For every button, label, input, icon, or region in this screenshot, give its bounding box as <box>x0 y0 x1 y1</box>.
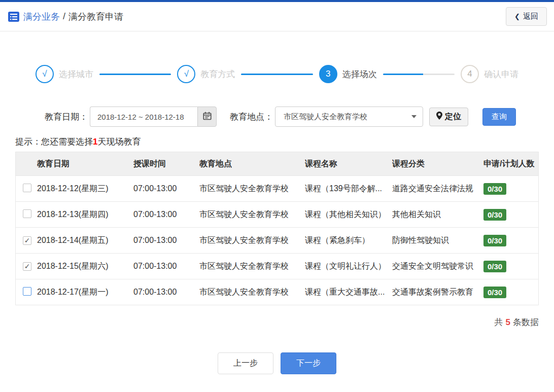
prev-step-button[interactable]: 上一步 <box>218 352 273 374</box>
cell-course: 课程（紧急刹车） <box>305 235 392 246</box>
count-badge: 0/30 <box>483 183 506 195</box>
date-range-group <box>90 106 217 127</box>
date-filter-label: 教育日期： <box>45 111 88 123</box>
cell-date: 2018-12-13(星期四) <box>37 209 133 220</box>
cell-category: 道路交通安全法律法规 <box>392 184 483 194</box>
chevron-left-icon: ❮ <box>514 13 520 20</box>
back-button[interactable]: ❮ 返回 <box>506 7 547 26</box>
col-header-category: 课程分类 <box>392 159 483 169</box>
hint-suffix: 天现场教育 <box>97 137 141 147</box>
header: 满分业务 / 满分教育申请 ❮ 返回 <box>0 2 554 31</box>
location-pin-icon <box>436 112 442 122</box>
location-filter-label: 教育地点： <box>230 111 273 123</box>
record-count-number: 5 <box>506 317 510 327</box>
hint-text: 提示：您还需要选择1天现场教育 <box>15 136 554 148</box>
check-icon: √ <box>184 69 189 79</box>
step-indicator: √ 选择城市 √ 教育方式 3 选择场次 4 确认申请 <box>36 65 518 83</box>
wizard-footer: 上一步 下一步 <box>0 352 554 374</box>
location-select[interactable]: 市区驾驶人安全教育学校 <box>275 106 423 127</box>
col-header-count: 申请/计划人数 <box>483 159 538 169</box>
cell-course: 课程（文明礼让行人） <box>305 261 392 272</box>
back-button-label: 返回 <box>523 12 538 21</box>
hint-prefix: 提示：您还需要选择 <box>15 137 93 147</box>
list-icon <box>8 11 19 22</box>
record-count-prefix: 共 <box>495 317 503 327</box>
count-badge: 0/30 <box>483 261 506 272</box>
cell-category: 其他相关知识 <box>392 209 483 220</box>
row-checkbox[interactable]: ✓ <box>23 236 31 245</box>
cell-time: 07:00-13:00 <box>133 262 199 271</box>
step-4-label: 确认申请 <box>484 68 518 80</box>
step-3-label: 选择场次 <box>342 68 377 80</box>
cell-course: 课程（其他相关知识） <box>305 209 392 220</box>
row-checkbox[interactable] <box>23 184 31 192</box>
next-step-button[interactable]: 下一步 <box>281 352 336 374</box>
cell-location: 市区驾驶人安全教育学校 <box>199 209 305 220</box>
table-header-row: 教育日期 授课时间 教育地点 课程名称 课程分类 申请/计划人数 <box>16 152 538 175</box>
table-row: 2018-12-17(星期一) 07:00-13:00 市区驾驶人安全教育学校 … <box>16 279 538 305</box>
page-title: 满分教育申请 <box>68 11 123 23</box>
cell-location: 市区驾驶人安全教育学校 <box>199 235 305 246</box>
cell-course: 课程（139号部令解... <box>305 184 392 194</box>
step-4-number: 4 <box>467 69 472 79</box>
step-select-session: 3 选择场次 <box>319 65 377 83</box>
step-confirm-application: 4 确认申请 <box>461 65 518 83</box>
step-1-label: 选择城市 <box>59 68 93 80</box>
col-header-time: 授课时间 <box>133 159 199 169</box>
date-range-input[interactable] <box>90 106 197 127</box>
row-checkbox[interactable] <box>23 209 31 218</box>
cell-date: 2018-12-12(星期三) <box>37 184 133 194</box>
step-4-circle: 4 <box>461 65 479 83</box>
step-education-mode: √ 教育方式 <box>177 65 235 83</box>
filter-bar: 教育日期： 教育地点： 市区驾驶人安全教育学校 <box>45 106 554 127</box>
locate-button-label: 定位 <box>445 112 461 122</box>
chevron-down-icon <box>411 115 417 118</box>
breadcrumb: 满分业务 / 满分教育申请 <box>8 11 123 23</box>
breadcrumb-separator: / <box>63 11 65 22</box>
step-connector-1 <box>99 74 171 75</box>
table-row: 2018-12-13(星期四) 07:00-13:00 市区驾驶人安全教育学校 … <box>16 201 538 227</box>
col-header-course: 课程名称 <box>305 159 392 169</box>
count-badge: 0/30 <box>483 209 506 221</box>
step-2-circle: √ <box>177 65 195 83</box>
cell-date: 2018-12-15(星期六) <box>37 261 133 272</box>
step-select-city: √ 选择城市 <box>36 65 93 83</box>
table-row: ✓ 2018-12-15(星期六) 07:00-13:00 市区驾驶人安全教育学… <box>16 253 538 279</box>
breadcrumb-section[interactable]: 满分业务 <box>23 11 60 23</box>
cell-category: 交通事故案例警示教育 <box>392 287 483 298</box>
row-checkbox[interactable]: ✓ <box>23 262 31 271</box>
cell-course: 课程（重大交通事故... <box>305 287 392 298</box>
cell-time: 07:00-13:00 <box>133 236 199 245</box>
search-button[interactable]: 查询 <box>482 108 516 126</box>
count-badge: 0/30 <box>483 287 506 298</box>
cell-category: 交通安全文明驾驶常识 <box>392 261 483 272</box>
cell-category: 防御性驾驶知识 <box>392 235 483 246</box>
cell-date: 2018-12-14(星期五) <box>37 235 133 246</box>
cell-date: 2018-12-17(星期一) <box>37 287 133 298</box>
step-connector-2 <box>241 74 313 75</box>
step-1-circle: √ <box>36 65 54 83</box>
record-count-suffix: 条数据 <box>513 317 539 327</box>
step-connector-3 <box>383 74 455 75</box>
step-2-label: 教育方式 <box>200 68 235 80</box>
cell-time: 07:00-13:00 <box>133 184 199 193</box>
col-header-location: 教育地点 <box>199 159 305 169</box>
cell-location: 市区驾驶人安全教育学校 <box>199 287 305 298</box>
cell-time: 07:00-13:00 <box>133 210 199 219</box>
cell-time: 07:00-13:00 <box>133 288 199 297</box>
cell-location: 市区驾驶人安全教育学校 <box>199 261 305 272</box>
calendar-button[interactable] <box>197 106 217 127</box>
location-select-value: 市区驾驶人安全教育学校 <box>284 112 411 122</box>
row-checkbox[interactable] <box>23 287 31 296</box>
locate-button[interactable]: 定位 <box>429 108 468 126</box>
count-badge: 0/30 <box>483 235 506 246</box>
cell-location: 市区驾驶人安全教育学校 <box>199 184 305 194</box>
sessions-table: 教育日期 授课时间 教育地点 课程名称 课程分类 申请/计划人数 2018-12… <box>15 152 539 305</box>
table-row: ✓ 2018-12-14(星期五) 07:00-13:00 市区驾驶人安全教育学… <box>16 227 538 253</box>
calendar-icon <box>203 112 212 122</box>
check-icon: √ <box>42 69 47 79</box>
step-3-circle: 3 <box>319 65 337 83</box>
col-header-date: 教育日期 <box>37 159 133 169</box>
step-3-number: 3 <box>326 69 330 79</box>
table-row: 2018-12-12(星期三) 07:00-13:00 市区驾驶人安全教育学校 … <box>16 175 538 201</box>
